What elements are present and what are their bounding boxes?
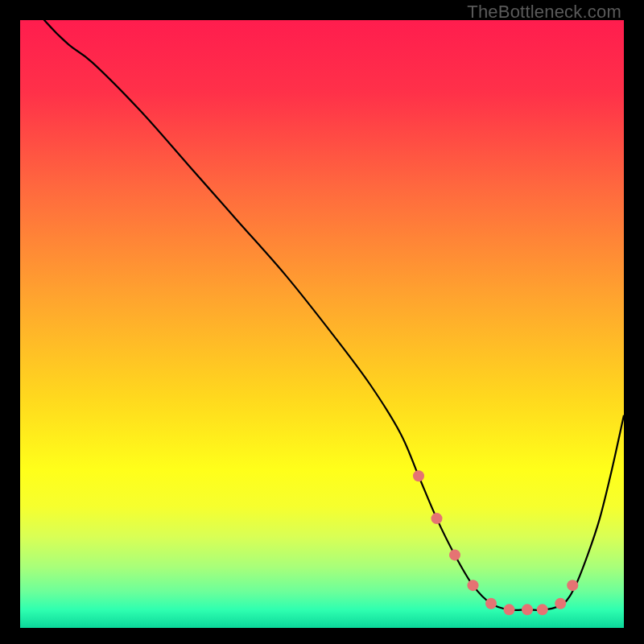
watermark-text: TheBottleneck.com — [467, 2, 621, 23]
chart-gradient-background — [20, 20, 624, 628]
chart-plot-area — [20, 20, 624, 628]
